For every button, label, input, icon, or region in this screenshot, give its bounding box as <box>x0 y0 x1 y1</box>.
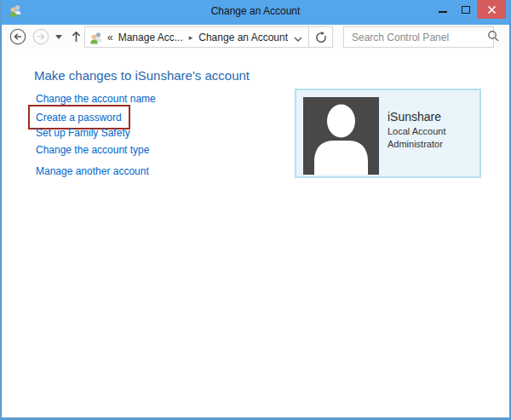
main-content: Make changes to iSunshare's account Chan… <box>2 49 509 417</box>
link-manage-another-account[interactable]: Manage another account <box>36 165 149 177</box>
user-silhouette-icon <box>303 97 379 175</box>
maximize-icon <box>462 6 470 14</box>
search-box[interactable] <box>343 26 494 48</box>
account-info: iSunshare Local Account Administrator <box>388 109 446 151</box>
avatar <box>303 97 379 175</box>
breadcrumb-separator-icon[interactable]: ▸ <box>189 33 193 42</box>
navigation-toolbar: « Manage Acc... ▸ Change an Account <box>2 25 509 49</box>
window-controls <box>431 0 506 19</box>
titlebar[interactable]: Change an Account <box>2 0 509 25</box>
account-card: iSunshare Local Account Administrator <box>295 89 481 178</box>
search-input[interactable] <box>344 32 487 43</box>
change-account-window: Change an Account <box>0 0 511 420</box>
close-button[interactable] <box>477 0 506 19</box>
minimize-button[interactable] <box>431 0 454 19</box>
search-icon[interactable] <box>487 30 499 45</box>
refresh-button[interactable] <box>309 27 332 47</box>
account-role: Administrator <box>388 138 446 151</box>
recent-pages-dropdown-icon[interactable] <box>55 35 62 39</box>
address-bar[interactable]: « Manage Acc... ▸ Change an Account <box>84 26 333 48</box>
link-set-up-family-safety[interactable]: Set up Family Safety <box>36 127 130 139</box>
breadcrumb-overflow-button[interactable]: « <box>107 32 113 43</box>
link-change-account-type[interactable]: Change the account type <box>36 144 149 156</box>
address-dropdown-icon[interactable] <box>288 26 308 49</box>
forward-button[interactable] <box>32 28 49 45</box>
page-title: Make changes to iSunshare's account <box>34 68 250 83</box>
close-icon <box>487 5 497 14</box>
up-button[interactable] <box>70 30 83 47</box>
minimize-icon <box>439 11 447 13</box>
account-type: Local Account <box>388 125 446 138</box>
back-button[interactable] <box>9 28 26 45</box>
link-change-account-name[interactable]: Change the account name <box>36 93 156 105</box>
user-accounts-breadcrumb-icon <box>89 31 103 44</box>
breadcrumb-current[interactable]: Change an Account <box>198 32 288 43</box>
link-create-password[interactable]: Create a password <box>36 112 122 124</box>
account-name: iSunshare <box>388 109 446 125</box>
breadcrumb-parent[interactable]: Manage Acc... <box>118 32 183 43</box>
highlight-box: Create a password <box>28 105 130 129</box>
maximize-button[interactable] <box>454 0 477 19</box>
refresh-icon <box>315 32 327 43</box>
